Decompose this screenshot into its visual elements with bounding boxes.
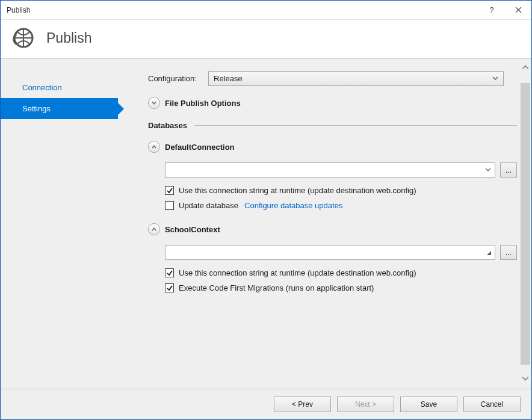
default-update-db-checkbox[interactable] (165, 201, 174, 210)
nav-settings[interactable]: Settings (1, 98, 118, 119)
configuration-value: Release (214, 74, 243, 83)
schoolcontext-block: SchoolContext ◢ ... Use this connection … (148, 223, 517, 292)
databases-title: Databases (148, 121, 187, 130)
publish-dialog: Publish ? Publish Connection Settings (0, 0, 532, 420)
defaultconnection-block: DefaultConnection ... Use this connectio… (148, 141, 517, 210)
close-button[interactable] (505, 1, 531, 20)
dropdown-caret-icon: ◢ (487, 250, 491, 256)
close-icon (515, 7, 522, 13)
configuration-row: Configuration: Release (148, 71, 517, 86)
help-icon: ? (490, 6, 494, 14)
defaultconnection-browse-button[interactable]: ... (500, 162, 517, 178)
school-use-conn-label: Use this connection string at runtime (u… (179, 268, 416, 277)
school-migrate-label: Execute Code First Migrations (runs on a… (179, 283, 374, 292)
schoolcontext-header[interactable]: SchoolContext (148, 223, 517, 235)
content-panel: Configuration: Release File Publish Opti… (118, 59, 531, 389)
schoolcontext-string-row: ◢ ... (165, 245, 517, 260)
help-button[interactable]: ? (478, 1, 505, 20)
databases-header: Databases (148, 121, 517, 130)
next-button: Next > (337, 397, 394, 412)
school-use-conn-checkbox[interactable] (165, 268, 174, 277)
chevron-down-icon (492, 74, 498, 83)
chevron-up-icon (151, 144, 157, 150)
cancel-button[interactable]: Cancel (463, 397, 521, 412)
configure-db-updates-link[interactable]: Configure database updates (244, 201, 342, 210)
default-update-db-row[interactable]: Update database Configure database updat… (165, 201, 517, 210)
file-publish-options-title: File Publish Options (165, 99, 241, 108)
scrollbar-track[interactable] (521, 83, 530, 365)
chevron-up-icon (151, 226, 157, 232)
chevron-down-icon (485, 167, 491, 174)
chevron-down-icon (151, 100, 157, 106)
sidebar: Connection Settings (1, 59, 118, 389)
nav-connection[interactable]: Connection (1, 77, 118, 98)
prev-button[interactable]: < Prev (274, 397, 331, 412)
expand-toggle-collapsed[interactable] (148, 97, 160, 109)
titlebar: Publish ? (1, 1, 531, 20)
default-use-conn-checkbox[interactable] (165, 186, 174, 195)
schoolcontext-browse-button[interactable]: ... (500, 245, 517, 260)
configuration-label: Configuration: (148, 74, 208, 83)
schoolcontext-input[interactable]: ◢ (165, 245, 495, 260)
file-publish-options-header[interactable]: File Publish Options (148, 97, 517, 109)
defaultconnection-header[interactable]: DefaultConnection (148, 141, 517, 153)
expand-toggle-expanded[interactable] (148, 223, 160, 235)
schoolcontext-title: SchoolContext (165, 225, 220, 234)
default-use-conn-row[interactable]: Use this connection string at runtime (u… (165, 186, 517, 195)
publish-icon (11, 26, 36, 50)
body: Connection Settings Configuration: Relea… (1, 59, 531, 389)
school-migrate-row[interactable]: Execute Code First Migrations (runs on a… (165, 283, 517, 292)
school-use-conn-row[interactable]: Use this connection string at runtime (u… (165, 268, 517, 277)
header: Publish (1, 20, 531, 59)
default-use-conn-label: Use this connection string at runtime (u… (179, 186, 416, 195)
header-title: Publish (46, 30, 91, 46)
default-update-db-label: Update database (179, 201, 238, 210)
defaultconnection-string-row: ... (165, 162, 517, 178)
school-migrate-checkbox[interactable] (165, 283, 174, 292)
defaultconnection-title: DefaultConnection (165, 143, 235, 152)
scroll-down-icon[interactable] (522, 375, 529, 384)
divider (194, 125, 517, 126)
footer: < Prev Next > Save Cancel (1, 389, 531, 419)
window-title: Publish (7, 6, 478, 14)
defaultconnection-input[interactable] (165, 162, 495, 178)
save-button[interactable]: Save (400, 397, 457, 412)
expand-toggle-expanded[interactable] (148, 141, 160, 153)
configuration-dropdown[interactable]: Release (208, 71, 504, 86)
scroll-up-icon[interactable] (522, 64, 529, 73)
